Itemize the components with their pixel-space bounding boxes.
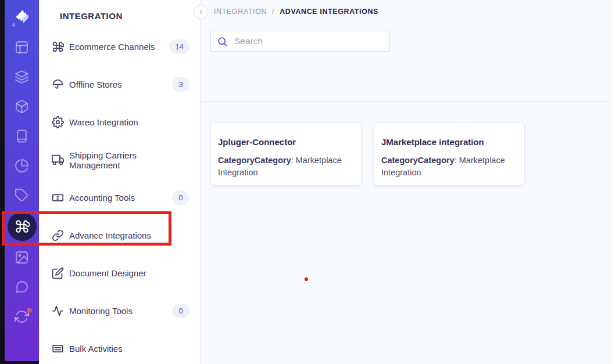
- dollar-card-icon: $: [51, 192, 64, 204]
- sidebar-item-label: Document Designer: [69, 268, 189, 278]
- sidebar-item-label: Shipping Carriers Management: [69, 150, 189, 170]
- layers-icon[interactable]: [5, 62, 39, 92]
- search-input[interactable]: [234, 36, 384, 46]
- sidebar-nav-list: Ecommerce Channels 14 Offline Stores 3: [39, 28, 200, 364]
- tag-icon[interactable]: [5, 181, 39, 210]
- integration-card-jmarketplace[interactable]: JMarketplace integration CategoryCategor…: [374, 122, 525, 186]
- integration-card-jpluger[interactable]: Jpluger-Connector CategoryCategory: Mark…: [210, 122, 362, 186]
- sidebar-collapse-button[interactable]: [194, 5, 208, 19]
- integration-cards: Jpluger-Connector CategoryCategory: Mark…: [210, 122, 525, 186]
- truck-icon: [51, 154, 64, 167]
- content-header-band: INTEGRATION / ADVANCE INTEGRATIONS: [201, 0, 612, 102]
- count-badge: 3: [172, 77, 189, 92]
- book-icon[interactable]: [5, 121, 39, 151]
- sidebar-item-label: Advance Integrations: [69, 230, 189, 240]
- sidebar-item-label: Offline Stores: [69, 80, 172, 89]
- notification-dot: [27, 308, 32, 313]
- app-window: ®: [0, 0, 612, 364]
- breadcrumb-separator: /: [272, 8, 274, 16]
- sidebar-item-label: Accounting Tools: [69, 193, 172, 203]
- count-badge: 0: [172, 190, 189, 205]
- sidebar-item-ecommerce-channels[interactable]: Ecommerce Channels 14: [39, 28, 200, 66]
- card-title: Jpluger-Connector: [218, 137, 353, 147]
- brand-logo[interactable]: ®: [5, 0, 39, 33]
- search-box: [210, 31, 390, 52]
- sidebar-item-bulk-activities[interactable]: Bulk Activities: [39, 330, 200, 364]
- activity-icon: [51, 305, 64, 318]
- chat-icon[interactable]: [5, 272, 39, 302]
- sidebar-item-label: Monitoring Tools: [69, 306, 172, 316]
- sidebar-item-label: Ecommerce Channels: [69, 42, 169, 52]
- card-category: CategoryCategory: Marketplace Integratio…: [218, 154, 353, 179]
- link-icon: [51, 229, 64, 242]
- breadcrumb-parent[interactable]: INTEGRATION: [214, 8, 267, 16]
- card-title: JMarketplace integration: [381, 137, 516, 147]
- umbrella-icon: [51, 78, 64, 91]
- search-icon: [217, 36, 228, 47]
- card-category-label: CategoryCategory: [381, 156, 454, 165]
- sidebar-item-monitoring-tools[interactable]: Monitoring Tools 0: [39, 292, 200, 330]
- command-icon: [51, 41, 64, 53]
- gear-icon: [51, 116, 64, 129]
- sidebar-item-advance-integrations[interactable]: Advance Integrations: [39, 217, 200, 254]
- sidebar-item-wareo-integration[interactable]: Wareo Integration: [39, 103, 200, 141]
- sync-icon[interactable]: [5, 302, 39, 331]
- image-icon[interactable]: [5, 243, 39, 272]
- sidebar-item-shipping-carriers[interactable]: Shipping Carriers Management: [39, 141, 200, 179]
- bulk-card-icon: [51, 343, 64, 355]
- pie-chart-icon[interactable]: [5, 151, 39, 181]
- command-icon: [8, 212, 37, 241]
- edit-icon: [51, 267, 64, 280]
- sidebar-item-label: Wareo Integration: [69, 117, 189, 127]
- count-badge: 0: [172, 304, 189, 318]
- registered-mark: ®: [12, 23, 15, 27]
- brand-logo-icon: [13, 7, 31, 26]
- sidebar-item-label: Bulk Activities: [69, 344, 189, 354]
- svg-text:$: $: [56, 195, 59, 201]
- breadcrumb-current: ADVANCE INTEGRATIONS: [280, 8, 378, 16]
- package-icon[interactable]: [5, 92, 39, 121]
- sidebar-title: INTEGRATION: [60, 11, 123, 21]
- sidebar-item-document-designer[interactable]: Document Designer: [39, 254, 200, 292]
- card-category: CategoryCategory: Marketplace Integratio…: [381, 154, 516, 179]
- count-badge: 14: [169, 39, 189, 54]
- dashboard-icon[interactable]: [5, 33, 39, 62]
- sidebar-item-accounting-tools[interactable]: $ Accounting Tools 0: [39, 179, 200, 217]
- advance-integrations-rail-icon[interactable]: [5, 210, 39, 243]
- icon-rail: ®: [5, 0, 39, 361]
- main-content: INTEGRATION / ADVANCE INTEGRATIONS Jplug…: [201, 0, 612, 364]
- sidebar-item-offline-stores[interactable]: Offline Stores 3: [39, 66, 200, 103]
- card-category-label: CategoryCategory: [218, 156, 291, 165]
- integration-sidebar: INTEGRATION Ecommerce Channels 14 Offlin…: [39, 0, 201, 364]
- breadcrumb: INTEGRATION / ADVANCE INTEGRATIONS: [214, 8, 378, 16]
